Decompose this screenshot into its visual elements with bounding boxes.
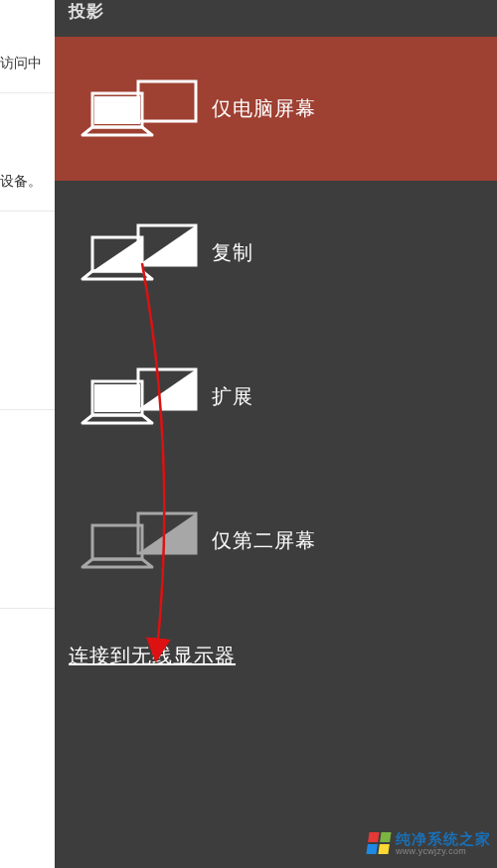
option-duplicate[interactable]: 复制	[55, 181, 497, 325]
watermark-url: www.ycwjzy.com	[396, 847, 491, 856]
option-label: 仅电脑屏幕	[212, 95, 316, 122]
duplicate-icon	[73, 221, 200, 285]
second-only-icon	[73, 509, 200, 573]
option-label: 扩展	[212, 383, 253, 410]
watermark: 纯净系统之家 www.ycwjzy.com	[368, 831, 491, 856]
watermark-logo-icon	[366, 832, 391, 854]
option-second-screen-only[interactable]: 仅第二屏幕	[55, 469, 497, 613]
pc-only-icon	[73, 77, 200, 141]
option-pc-screen-only[interactable]: 仅电脑屏幕	[55, 37, 497, 181]
svg-rect-7	[94, 384, 140, 412]
svg-rect-2	[94, 96, 140, 124]
connect-wireless-display-link[interactable]: 连接到无线显示器	[55, 613, 497, 669]
option-label: 复制	[212, 239, 253, 266]
svg-rect-0	[138, 81, 196, 121]
svg-rect-9	[92, 525, 142, 559]
project-panel: 投影 仅电脑屏幕 复制	[55, 0, 497, 868]
watermark-text: 纯净系统之家	[396, 831, 491, 847]
extend-icon	[73, 365, 200, 429]
panel-title: 投影	[55, 0, 497, 37]
option-label: 仅第二屏幕	[212, 527, 316, 554]
option-extend[interactable]: 扩展	[55, 325, 497, 469]
